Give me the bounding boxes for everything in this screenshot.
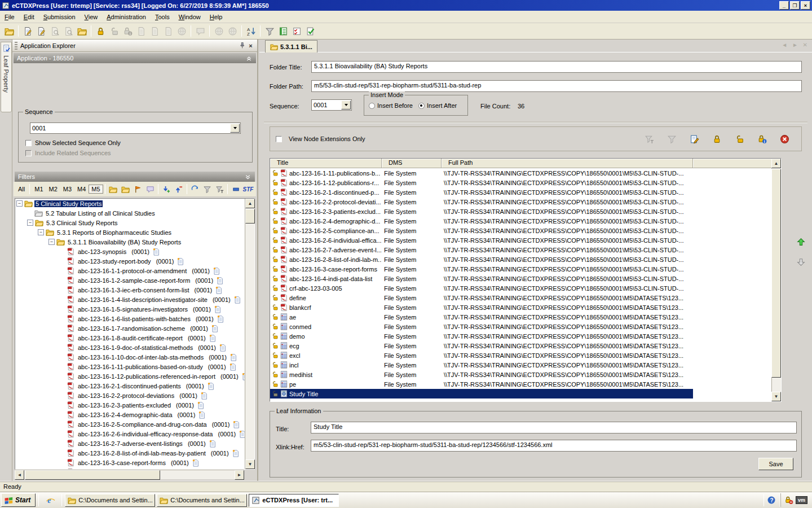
table-row[interactable]: medihistFile System\\TJV-TR-RSS34\TRAINI…	[270, 370, 781, 379]
table-row[interactable]: exclFile System\\TJV-TR-RSS34\TRAINING\E…	[270, 351, 781, 360]
tree-expand-icon[interactable]: −	[48, 239, 55, 245]
tree-item[interactable]: abc-123-16-3-case-report-forms(0001)	[15, 458, 254, 467]
table-row[interactable]: abc-123-16-2-5-compliance-an...File Syst…	[270, 226, 781, 235]
drag-grip[interactable]	[15, 42, 17, 50]
tree-item[interactable]: abc-123-16-2-3-patients-excluded(0001)	[15, 400, 254, 410]
tree-item[interactable]: abc-123-16-1-12-publications-referenced-…	[15, 371, 254, 381]
col-full-path[interactable]: Full Path	[442, 159, 693, 168]
export-folder-icon[interactable]	[75, 24, 89, 38]
doc-checkout-icon[interactable]	[148, 24, 161, 38]
table-row[interactable]: defineFile System\\TJV-TR-RSS34\TRAINING…	[270, 293, 781, 303]
tree-item[interactable]: −5.3 Clinical Study Reports	[15, 218, 254, 227]
grid-vscroll-thumb[interactable]	[771, 169, 781, 378]
show-selected-sequence-checkbox[interactable]: Show Selected Sequence Only	[25, 139, 252, 146]
xlink-href-field[interactable]: m5/53-clin-stud-rep/531-rep-biopharm-stu…	[311, 440, 797, 452]
unlock-leaf-icon[interactable]	[728, 134, 751, 144]
filter-t-icon[interactable]	[638, 134, 660, 144]
lock-leaf-icon[interactable]	[705, 134, 728, 144]
filter-m2[interactable]: M2	[46, 185, 60, 194]
scroll-left-icon[interactable]: ◄	[15, 470, 24, 480]
tree-item[interactable]: abc-123-16-1-9-doc-of-statistical-method…	[15, 343, 254, 352]
close-button[interactable]: ×	[801, 1, 810, 10]
edit-leaf-icon[interactable]	[683, 134, 705, 144]
tree-hscrollbar[interactable]: ◄ ►	[15, 470, 244, 479]
insert-before-radio[interactable]	[369, 103, 375, 109]
table-row[interactable]: abc-123-16-2-6-individual-effica...File …	[270, 235, 781, 245]
table-row[interactable]: demoFile System\\TJV-TR-RSS34\TRAINING\E…	[270, 331, 781, 341]
taskbar-item[interactable]: C:\Documents and Settin...	[65, 494, 155, 507]
tree-item[interactable]: abc-123-16-1-11-publications-based-on-st…	[15, 362, 254, 371]
menu-tools[interactable]: Tools	[151, 12, 174, 22]
tree-expand-icon[interactable]: −	[16, 200, 23, 207]
table-row[interactable]: Study Title	[270, 389, 781, 398]
tree-item[interactable]: abc-123-16-2-1-discontinued-patients(000…	[15, 381, 254, 391]
table-row[interactable]: aeFile System\\TJV-TR-RSS34\TRAINING\ECT…	[270, 312, 781, 322]
delete-leaf-icon[interactable]	[773, 134, 796, 144]
combo-dropdown-icon[interactable]	[341, 100, 351, 110]
tree-item[interactable]: abc-123-16-2-2-protocol-deviations(0001)	[15, 391, 254, 400]
filter-m4[interactable]: M4	[74, 185, 89, 194]
scroll-down-icon[interactable]: ▼	[245, 459, 255, 469]
tree-item[interactable]: abc-123-16-2-4-demographic-data(0001)	[15, 410, 254, 419]
table-row[interactable]: abc-123-16-2-8-list-of-indi-lab-m...File…	[270, 255, 781, 264]
collapse-chevron-icon[interactable]	[245, 55, 253, 62]
tree-item[interactable]: abc-123-synopsis(0001)	[15, 247, 254, 256]
filter-apply-icon[interactable]	[201, 183, 214, 195]
application-band[interactable]: Application - 186550	[14, 53, 256, 63]
table-row[interactable]: abc-123-16-3-case-report-formsFile Syste…	[270, 264, 781, 274]
tree-item[interactable]: abc-123-study-report-body(0001)	[15, 256, 254, 266]
close-panel-icon[interactable]: ×	[246, 42, 255, 49]
tree-expand-icon[interactable]: −	[27, 220, 33, 226]
tree-item[interactable]: −5 Clinical Study Reports	[15, 199, 254, 208]
filter-icon[interactable]	[263, 24, 276, 38]
filter-m3[interactable]: M3	[60, 185, 74, 194]
tree-item[interactable]: abc-123-16-1-7-randomisation-scheme(0001…	[15, 323, 254, 333]
tree-item[interactable]: abc-123-16-1-5-signatures-investigators(…	[15, 304, 254, 314]
menu-administration[interactable]: Administration	[102, 12, 151, 22]
tree-item[interactable]: 5.2 Tabular Listing of all Clinical Stud…	[15, 208, 254, 218]
edit-doc-2-icon[interactable]	[34, 24, 48, 38]
pin-icon[interactable]	[238, 42, 246, 50]
table-row[interactable]: crf-abc-123-03-005File System\\TJV-TR-RS…	[270, 283, 781, 293]
col-dms[interactable]: DMS	[382, 159, 442, 168]
tree-item[interactable]: abc-123-16-2-5-compliance-and-drug-con-d…	[15, 419, 254, 429]
lock-tray-icon[interactable]	[784, 496, 793, 505]
start-button[interactable]: Start	[1, 493, 36, 507]
legend-icon[interactable]	[230, 183, 242, 195]
globe-2-icon[interactable]	[226, 24, 239, 38]
menu-file[interactable]: File	[0, 12, 19, 22]
help-tray-icon[interactable]	[767, 496, 776, 505]
include-related-sequences-checkbox[interactable]: Include Related Sequences	[25, 150, 252, 156]
table-row[interactable]: abc-123-16-2-4-demographic-d...File Syst…	[270, 216, 781, 226]
insert-node-icon[interactable]	[160, 183, 173, 195]
insert-after-radio[interactable]	[418, 103, 425, 109]
menu-submission[interactable]: Submission	[39, 12, 80, 22]
tree-item[interactable]: abc-123-16-1-8-audit-certificate-report(…	[15, 333, 254, 343]
table-row[interactable]: abc-123-16-1-12-publications-r...File Sy…	[270, 178, 781, 187]
flag-icon[interactable]	[131, 183, 144, 195]
folder-add-icon[interactable]	[119, 183, 131, 195]
combo-dropdown-icon[interactable]	[230, 124, 240, 133]
view-node-extensions-checkbox[interactable]	[276, 136, 282, 142]
table-row[interactable]: abc-123-16-4-indi-pat-data-listFile Syst…	[270, 274, 781, 283]
refresh-icon[interactable]	[189, 183, 201, 195]
move-up-button[interactable]	[795, 236, 806, 247]
col-title[interactable]: Title	[270, 159, 382, 168]
folder-title-field[interactable]: 5.3.1.1 Bioavailability (BA) Study Repor…	[311, 61, 802, 73]
minimize-button[interactable]: _	[779, 1, 789, 10]
scroll-up-icon[interactable]: ▲	[245, 199, 255, 208]
comment-icon[interactable]	[144, 183, 156, 195]
scroll-up-icon[interactable]: ▲	[771, 159, 781, 168]
expand-folders-icon[interactable]	[107, 183, 120, 195]
menu-help[interactable]: Help	[205, 12, 227, 22]
vmware-tray-icon[interactable]: vm	[796, 496, 807, 504]
table-row[interactable]: inclFile System\\TJV-TR-RSS34\TRAINING\E…	[270, 360, 781, 370]
tree-item[interactable]: −5.3.1 Reports of Biopharmaceutic Studie…	[15, 227, 254, 237]
tree-expand-icon[interactable]: −	[38, 229, 44, 235]
preview-doc-icon[interactable]	[48, 24, 61, 38]
table-row[interactable]: ecgFile System\\TJV-TR-RSS34\TRAINING\EC…	[270, 341, 781, 351]
tree-item[interactable]: abc-123-16-1-6-list-patients-with-batche…	[15, 314, 254, 323]
edit-doc-icon[interactable]	[21, 24, 34, 38]
filter-m5[interactable]: M5	[89, 185, 103, 194]
doc-remove-icon[interactable]	[161, 24, 175, 38]
